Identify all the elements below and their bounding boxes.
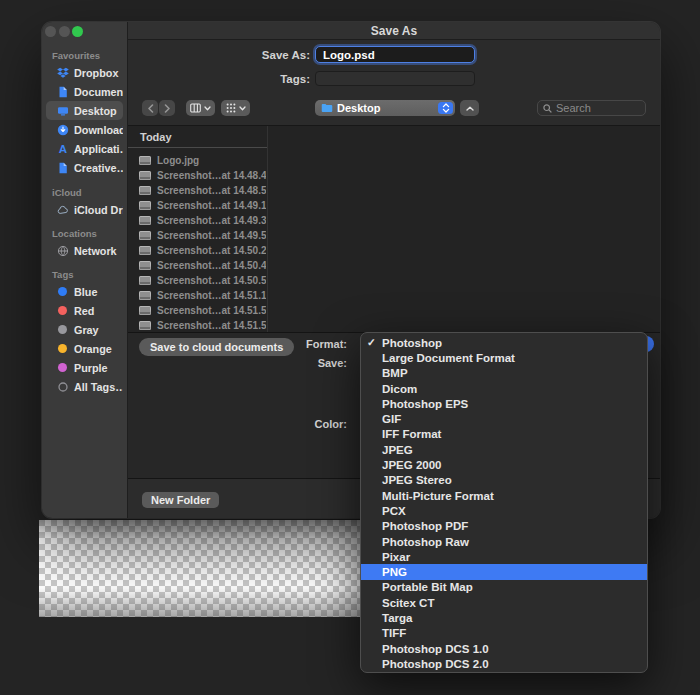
menu-item-scitex-ct[interactable]: Scitex CT [361,595,647,610]
minimize-button[interactable] [59,26,70,37]
menu-item-jpeg-2000[interactable]: JPEG 2000 [361,457,647,472]
sidebar-item-orange[interactable]: Orange [46,339,123,358]
column-view-button[interactable] [186,100,215,116]
sidebar-item-documents[interactable]: Documents [46,82,123,101]
sidebar-item-applicati[interactable]: AApplicati… [46,139,123,158]
file-row-screenshot-at-14-48-42[interactable]: Screenshot…at 14.48.42 [128,168,266,183]
menu-item-png[interactable]: PNG [361,564,647,579]
file-thumbnail-icon [139,201,151,210]
checkmark-icon: ✓ [367,336,376,348]
menu-item-photoshop-dcs-1-0[interactable]: Photoshop DCS 1.0 [361,641,647,656]
menu-item-label: Portable Bit Map [382,581,473,593]
sidebar-item-creative[interactable]: Creative… [46,158,123,177]
menu-item-label: Photoshop PDF [382,520,468,532]
file-row-screenshot-at-14-48-58[interactable]: Screenshot…at 14.48.58 [128,183,266,198]
menu-item-label: PCX [382,505,406,517]
menu-item-iff-format[interactable]: IFF Format [361,427,647,442]
menu-item-label: BMP [382,367,408,379]
search-field[interactable] [537,100,646,116]
file-row-screenshot-at-14-49-59[interactable]: Screenshot…at 14.49.59 [128,228,266,243]
file-row-screenshot-at-14-51-50[interactable]: Screenshot…at 14.51.50 [128,303,266,318]
tags-label: Tags: [128,72,310,86]
menu-item-jpeg-stereo[interactable]: JPEG Stereo [361,473,647,488]
menu-item-large-document-format[interactable]: Large Document Format [361,350,647,365]
file-thumbnail-icon [139,276,151,285]
file-row-screenshot-at-14-49-36[interactable]: Screenshot…at 14.49.36 [128,213,266,228]
menu-item-multi-picture-format[interactable]: Multi-Picture Format [361,488,647,503]
sidebar-item-label: Documents [74,86,123,98]
file-name: Screenshot…at 14.51.50 [157,305,266,316]
grid-icon [226,103,236,113]
applications-icon: A [56,142,69,155]
sidebar-section-favourites: FavouritesDropboxDocumentsDesktopDownloa… [42,48,127,177]
sidebar-item-dropbox[interactable]: Dropbox [46,63,123,82]
menu-item-label: Dicom [382,383,417,395]
file-row-screenshot-at-14-50-43[interactable]: Screenshot…at 14.50.43 [128,258,266,273]
menu-item-pixar[interactable]: Pixar [361,549,647,564]
sidebar-item-purple[interactable]: Purple [46,358,123,377]
search-input[interactable] [556,102,640,114]
menu-item-portable-bit-map[interactable]: Portable Bit Map [361,580,647,595]
back-button[interactable] [142,100,158,116]
menu-item-photoshop-pdf[interactable]: Photoshop PDF [361,519,647,534]
file-thumbnail-icon [139,306,151,315]
sidebar-item-downloads[interactable]: Downloads [46,120,123,139]
menu-item-gif[interactable]: GIF [361,411,647,426]
menu-item-photoshop-eps[interactable]: Photoshop EPS [361,396,647,411]
sidebar-item-network[interactable]: Network [46,241,123,260]
sidebar-item-label: iCloud Dri… [74,204,123,216]
close-button[interactable] [45,26,56,37]
file-row-screenshot-at-14-50-56[interactable]: Screenshot…at 14.50.56 [128,273,266,288]
sidebar-item-label: Blue [74,286,97,298]
tags-input[interactable] [315,71,475,86]
sidebar-section-label: iCloud [42,185,127,200]
toolbar: Desktop [128,100,660,116]
menu-item-targa[interactable]: Targa [361,610,647,625]
color-label: Color: [128,416,347,433]
file-list: Logo.jpgScreenshot…at 14.48.42Screenshot… [128,153,266,333]
menu-item-tiff[interactable]: TIFF [361,626,647,641]
sidebar-item-label: Orange [74,343,112,355]
sidebar-item-all-tags[interactable]: All Tags… [46,377,123,396]
stepper-icon [438,102,453,114]
menu-item-label: Multi-Picture Format [382,490,494,502]
menu-item-photoshop-dcs-2-0[interactable]: Photoshop DCS 2.0 [361,656,647,671]
fullscreen-button[interactable] [72,26,83,37]
tag-dot-icon [56,304,69,317]
file-icon [56,161,69,174]
sidebar-item-red[interactable]: Red [46,301,123,320]
location-popup[interactable]: Desktop [315,100,455,116]
file-name: Screenshot…at 14.51.13 [157,290,266,301]
sidebar-item-blue[interactable]: Blue [46,282,123,301]
menu-item-label: Photoshop EPS [382,398,468,410]
file-row-logo-jpg[interactable]: Logo.jpg [128,153,266,168]
menu-item-bmp[interactable]: BMP [361,366,647,381]
group-view-button[interactable] [221,100,250,116]
menu-item-dicom[interactable]: Dicom [361,381,647,396]
sidebar-item-label: Desktop [74,105,117,117]
save-as-label: Save As: [128,47,310,64]
sidebar-item-gray[interactable]: Gray [46,320,123,339]
menu-item-photoshop-raw[interactable]: Photoshop Raw [361,534,647,549]
file-thumbnail-icon [139,186,151,195]
file-row-screenshot-at-14-51-58[interactable]: Screenshot…at 14.51.58 [128,318,266,333]
menu-item-jpeg[interactable]: JPEG [361,442,647,457]
file-row-screenshot-at-14-50-27[interactable]: Screenshot…at 14.50.27 [128,243,266,258]
format-label: Format: [128,336,347,353]
file-row-screenshot-at-14-51-13[interactable]: Screenshot…at 14.51.13 [128,288,266,303]
file-thumbnail-icon [139,156,151,165]
collapse-dialog-button[interactable] [460,100,479,116]
sidebar-item-desktop[interactable]: Desktop [46,101,123,120]
forward-button[interactable] [159,100,175,116]
sidebar-item-label: Network [74,245,117,257]
menu-item-label: Photoshop DCS 2.0 [382,658,489,670]
menu-item-photoshop[interactable]: ✓Photoshop [361,335,647,350]
file-group-header: Today [128,126,267,148]
file-name: Logo.jpg [157,155,199,166]
menu-item-pcx[interactable]: PCX [361,503,647,518]
sidebar-item-icloud-dri[interactable]: iCloud Dri… [46,200,123,219]
file-row-screenshot-at-14-49-13[interactable]: Screenshot…at 14.49.13 [128,198,266,213]
new-folder-button[interactable]: New Folder [142,492,219,508]
filename-input[interactable] [315,46,475,63]
menu-item-label: Targa [382,612,412,624]
